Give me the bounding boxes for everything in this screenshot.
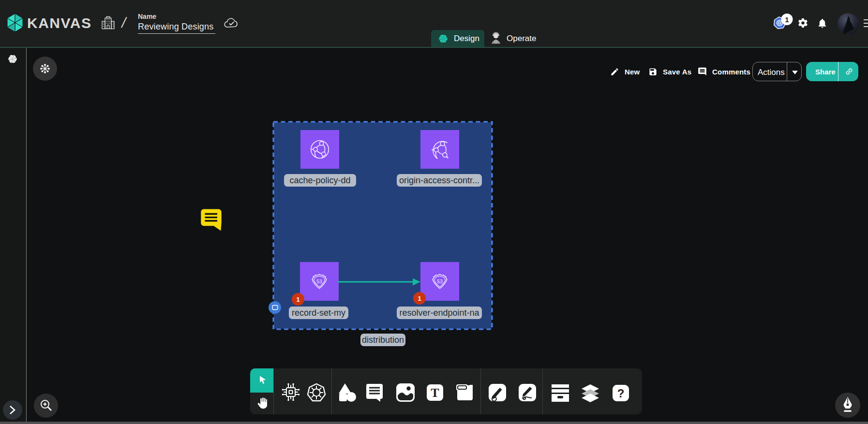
- svg-text:1: 1: [785, 15, 789, 24]
- svg-text:53: 53: [437, 278, 443, 284]
- svg-text:T: T: [431, 386, 439, 400]
- svg-text:?: ?: [617, 387, 625, 400]
- svg-text:53: 53: [316, 278, 322, 284]
